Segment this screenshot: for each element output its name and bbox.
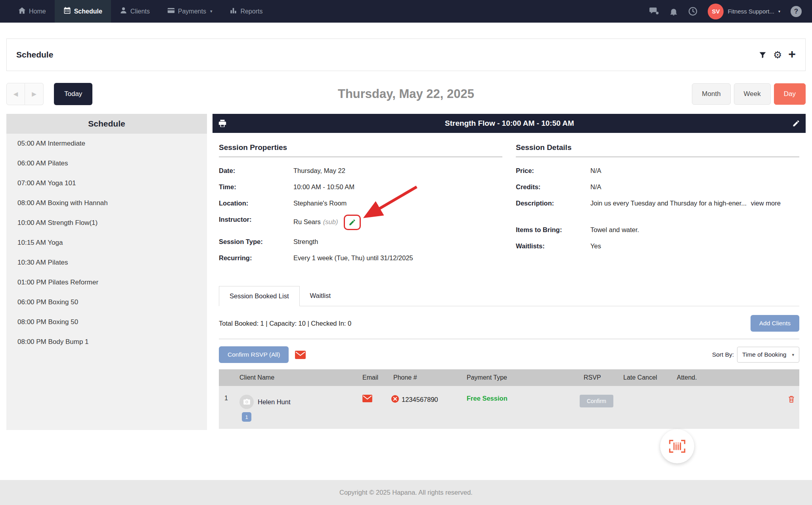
- sidebar-session-item[interactable]: 10:15 AM Yoga: [6, 233, 207, 253]
- property-row: Session Type: Strength: [219, 237, 502, 246]
- toolbar-left: ◀ ▶ Today: [6, 83, 92, 105]
- schedule-sidebar: Schedule 05:00 AM Intermediate 06:00 AM …: [6, 114, 207, 430]
- session-details-section: Session Details Price: N/A Credits: N/A …: [516, 143, 799, 269]
- clock-icon[interactable]: [688, 7, 697, 16]
- view-more-link[interactable]: view more: [751, 200, 781, 207]
- nav-item-home[interactable]: Home: [10, 0, 55, 23]
- add-clients-button[interactable]: Add Clients: [751, 315, 799, 332]
- session-title: Strength Flow - 10:00 AM - 10:50 AM: [227, 119, 792, 128]
- footer: Copyright © 2025 Hapana. All rights rese…: [0, 480, 812, 505]
- instructor-edit-annotation: [344, 215, 361, 230]
- nav-item-label: Home: [29, 8, 46, 15]
- bell-icon[interactable]: [669, 7, 678, 16]
- section-heading: Session Properties: [219, 143, 502, 157]
- col-payment-type: Payment Type: [463, 374, 580, 381]
- tab-waitlist[interactable]: Waitlist: [300, 286, 341, 306]
- prev-day-button[interactable]: ◀: [6, 83, 25, 105]
- barcode-icon: [668, 438, 686, 454]
- view-month-button[interactable]: Month: [692, 83, 730, 105]
- view-week-button[interactable]: Week: [734, 83, 771, 105]
- account-name: Fitness Support...: [728, 8, 774, 15]
- camera-icon: [243, 399, 251, 405]
- client-avatar: [239, 395, 254, 409]
- col-rsvp: RSVP: [580, 374, 619, 381]
- bar-chart-icon: [230, 7, 237, 16]
- session-panel-header: Strength Flow - 10:00 AM - 10:50 AM: [213, 114, 806, 133]
- property-row: Time: 10:00 AM - 10:50 AM: [219, 182, 502, 192]
- nav-item-label: Reports: [240, 8, 262, 15]
- today-button[interactable]: Today: [54, 83, 92, 105]
- col-late-cancel: Late Cancel: [619, 374, 673, 381]
- sort-by-label: Sort By:: [712, 351, 734, 358]
- sidebar-session-item[interactable]: 06:00 PM Boxing 50: [6, 292, 207, 312]
- nav-item-payments[interactable]: Payments ▾: [159, 0, 221, 23]
- sidebar-session-item[interactable]: 10:30 AM Pilates: [6, 253, 207, 273]
- barcode-scan-button[interactable]: [660, 429, 694, 463]
- nav-item-label: Schedule: [74, 8, 102, 15]
- nav-item-label: Clients: [130, 8, 150, 15]
- chevron-down-icon: ▾: [792, 352, 794, 357]
- delete-booking-icon[interactable]: [781, 395, 799, 403]
- page-title: Schedule: [16, 50, 53, 60]
- email-all-icon[interactable]: [295, 351, 306, 359]
- chevron-down-icon: ▾: [210, 9, 213, 14]
- sidebar-session-item[interactable]: 01:00 PM Pilates Reformer: [6, 273, 207, 292]
- client-email-icon[interactable]: [358, 395, 389, 402]
- col-email: Email: [358, 374, 389, 381]
- tab-session-booked-list[interactable]: Session Booked List: [219, 286, 300, 306]
- sidebar-session-item[interactable]: 07:00 AM Yoga 101: [6, 173, 207, 193]
- sidebar-session-item[interactable]: 08:00 PM Boxing 50: [6, 312, 207, 332]
- sort-by-select[interactable]: Time of Booking ▾: [737, 347, 799, 363]
- col-phone: Phone #: [389, 374, 463, 381]
- description-text: Join us every Tuesday and Thursday for a…: [590, 200, 747, 207]
- print-icon[interactable]: [218, 119, 227, 128]
- chat-icon[interactable]: [649, 7, 659, 16]
- session-panel-body: Session Properties Date: Thursday, May 2…: [213, 133, 806, 429]
- confirm-rsvp-button[interactable]: Confirm: [580, 395, 613, 407]
- client-phone: 1234567890: [402, 396, 438, 403]
- nav-item-reports[interactable]: Reports: [221, 0, 271, 23]
- detail-row: Waitlists: Yes: [516, 241, 799, 251]
- row-index: 1: [219, 395, 236, 402]
- nav-item-schedule[interactable]: Schedule: [55, 0, 111, 23]
- sidebar-session-item[interactable]: 08:00 PM Body Bump 1: [6, 332, 207, 352]
- property-row: Date: Thursday, May 22: [219, 166, 502, 175]
- confirm-rsvp-all-button[interactable]: Confirm RSVP (All): [219, 346, 289, 363]
- booking-summary: Total Booked: 1 | Capacity: 10 | Checked…: [219, 320, 351, 327]
- calendar-toolbar: Thursday, May 22, 2025 ◀ ▶ Today Month W…: [6, 83, 806, 105]
- help-icon[interactable]: ?: [791, 6, 802, 17]
- add-icon[interactable]: +: [788, 48, 796, 60]
- gear-icon[interactable]: ⚙: [773, 50, 782, 60]
- pencil-icon: [349, 219, 356, 226]
- edit-instructor-button[interactable]: [344, 215, 361, 230]
- booking-tabs: Session Booked List Waitlist: [219, 286, 799, 306]
- sidebar-session-item[interactable]: 06:00 AM Pilates: [6, 154, 207, 173]
- detail-row-description: Description: Join us every Tuesday and T…: [516, 198, 799, 208]
- session-properties-section: Session Properties Date: Thursday, May 2…: [219, 143, 502, 269]
- sidebar-session-item[interactable]: 08:00 AM Boxing with Hannah: [6, 193, 207, 213]
- avatar: SV: [708, 4, 724, 19]
- client-name-link[interactable]: Helen Hunt: [258, 398, 291, 406]
- booking-summary-row: Total Booked: 1 | Capacity: 10 | Checked…: [219, 306, 799, 339]
- sidebar-session-item[interactable]: 10:00 AM Strength Flow(1): [6, 213, 207, 233]
- navbar-right: SV Fitness Support... ▾ ?: [649, 0, 802, 23]
- booked-list-header: Client Name Email Phone # Payment Type R…: [219, 369, 799, 386]
- phone-invalid-icon: [391, 395, 399, 405]
- col-attend: Attend.: [673, 374, 716, 381]
- person-icon: [120, 7, 127, 16]
- next-day-button[interactable]: ▶: [25, 83, 44, 105]
- view-day-button[interactable]: Day: [774, 83, 806, 105]
- account-menu[interactable]: SV Fitness Support... ▾: [708, 4, 780, 19]
- date-nav-arrows: ◀ ▶: [6, 83, 44, 105]
- detail-row: Credits: N/A: [516, 182, 799, 192]
- rsvp-actions-row: Confirm RSVP (All) Sort By: Time of Book…: [219, 346, 799, 363]
- top-navbar: Home Schedule Clients Payments ▾ Reports…: [0, 0, 812, 23]
- property-row: Recurring: Every 1 week (Tue, Thu) until…: [219, 253, 502, 263]
- divider: [219, 339, 799, 339]
- filter-icon[interactable]: [758, 51, 767, 59]
- sidebar-session-item[interactable]: 05:00 AM Intermediate: [6, 134, 207, 154]
- nav-item-clients[interactable]: Clients: [111, 0, 159, 23]
- edit-session-icon[interactable]: [792, 119, 800, 127]
- instructor-name: Ru Sears: [293, 218, 321, 225]
- client-phone-cell: 1234567890: [389, 395, 463, 405]
